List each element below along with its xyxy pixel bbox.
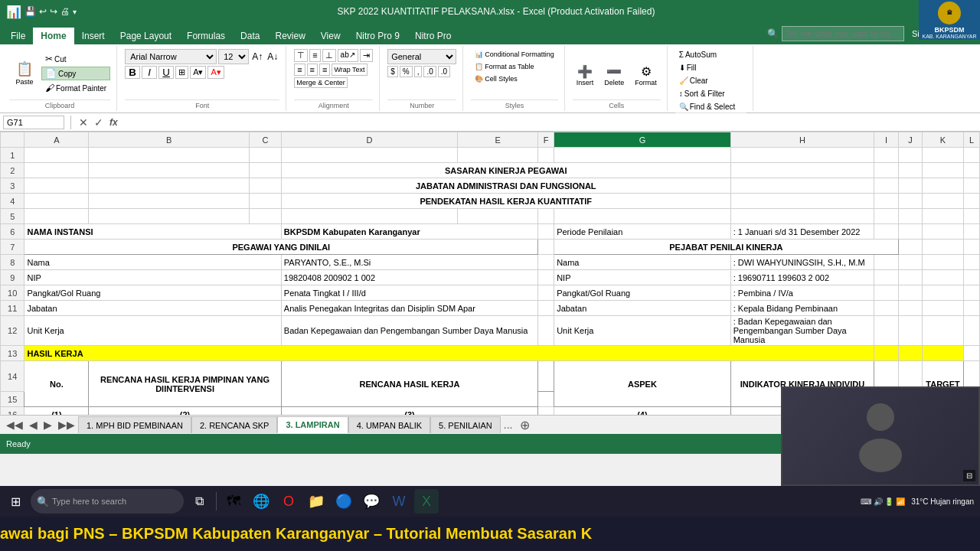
italic-btn[interactable]: I (142, 66, 157, 79)
maps-btn[interactable]: 🗺 (221, 489, 246, 514)
align-center-btn[interactable]: ≡ (307, 64, 318, 76)
sheet-nav-right[interactable]: ▶▶ (55, 417, 78, 432)
video-minimize-btn[interactable]: ⊟ (963, 470, 975, 481)
cut-icon: ✂ (45, 54, 53, 64)
sheet-nav-next[interactable]: ▶ (41, 417, 55, 432)
col-header-B[interactable]: B (89, 132, 250, 148)
col-header-J[interactable]: J (898, 132, 922, 148)
sheet-more-tabs[interactable]: ... (501, 419, 516, 431)
decimal-decrease-btn[interactable]: .0 (438, 66, 450, 77)
sheet-tab-4[interactable]: 4. UMPAN BALIK (348, 416, 430, 433)
align-left-btn[interactable]: ≡ (294, 64, 305, 76)
copy-button[interactable]: 📄 Copy (41, 67, 110, 80)
autosum-icon: Σ (679, 51, 684, 59)
sheet-tab-2[interactable]: 2. RENCANA SKP (191, 416, 277, 433)
col-header-A[interactable]: A (24, 132, 89, 148)
tab-insert[interactable]: Insert (74, 28, 113, 44)
fill-color-btn[interactable]: A▾ (190, 66, 206, 79)
decimal-increase-btn[interactable]: .0 (423, 66, 436, 77)
discord-btn[interactable]: 💬 (359, 489, 384, 514)
col-header-E[interactable]: E (458, 132, 538, 148)
font-size-select[interactable]: 12 (218, 49, 249, 64)
cancel-formula-btn[interactable]: ✕ (77, 116, 90, 129)
format-painter-button[interactable]: 🖌 Format Painter (41, 81, 110, 95)
tab-home[interactable]: Home (33, 28, 74, 44)
tab-nitro-pro[interactable]: Nitro Pro (407, 28, 459, 44)
bold-btn[interactable]: B (125, 66, 140, 79)
search-input[interactable] (782, 26, 904, 41)
find-select-btn[interactable]: 🔍 Find & Select (675, 101, 739, 112)
font-name-select[interactable]: Arial Narrow (125, 49, 217, 64)
tab-review[interactable]: Review (267, 28, 312, 44)
paste-button[interactable]: 📋 Paste (9, 59, 40, 88)
window-title: SKP 2022 KUANTITATIF PELAKSANA.xlsx - Ex… (77, 6, 916, 17)
start-btn[interactable]: ⊞ (3, 489, 28, 514)
align-right-btn[interactable]: ≡ (319, 64, 330, 76)
conditional-formatting-btn[interactable]: 📊 Conditional Formatting (471, 49, 558, 60)
clear-btn[interactable]: 🧹 Clear (675, 75, 739, 86)
opera-btn[interactable]: O (276, 489, 301, 514)
search-taskbar-btn[interactable]: 🔍 Type here to search (31, 489, 184, 514)
cell-reference-input[interactable] (3, 116, 64, 129)
fill-btn[interactable]: ⬇ Fill (675, 62, 739, 73)
col-header-L[interactable]: L (963, 132, 979, 148)
col-header-D[interactable]: D (281, 132, 458, 148)
sheet-tab-1[interactable]: 1. MPH BID PEMBINAAN (78, 416, 191, 433)
align-bottom-btn[interactable]: ⊥ (322, 49, 336, 62)
percent-btn[interactable]: % (400, 66, 413, 77)
sheet-nav-prev[interactable]: ◀ (26, 417, 41, 432)
tab-view[interactable]: View (313, 28, 348, 44)
cut-button[interactable]: ✂ Cut (41, 52, 110, 66)
merge-center-btn[interactable]: Merge & Center (294, 77, 348, 88)
autosum-btn[interactable]: Σ AutoSum (675, 49, 739, 60)
tab-data[interactable]: Data (233, 28, 267, 44)
text-orient-btn[interactable]: ab↗ (338, 49, 358, 62)
col-header-F[interactable]: F (538, 132, 554, 148)
font-shrink-btn[interactable]: A↓ (266, 51, 279, 63)
editing-group: Σ AutoSum ⬇ Fill 🧹 Clear ↕ Sort & Filter… (669, 46, 753, 111)
comma-btn[interactable]: , (414, 66, 423, 77)
tab-page-layout[interactable]: Page Layout (113, 28, 179, 44)
chrome-btn[interactable]: 🔵 (332, 489, 356, 514)
word-btn[interactable]: W (387, 489, 411, 514)
col-header-I[interactable]: I (874, 132, 898, 148)
cell-styles-btn[interactable]: 🎨 Cell Styles (471, 73, 558, 84)
sheet-nav-left[interactable]: ◀◀ (3, 417, 26, 432)
col-header-K[interactable]: K (923, 132, 964, 148)
number-format-select[interactable]: General (387, 49, 456, 64)
sort-filter-btn[interactable]: ↕ Sort & Filter (675, 88, 739, 99)
add-sheet-btn[interactable]: ⊕ (515, 416, 534, 434)
indent-btn[interactable]: ⇥ (360, 49, 373, 62)
files-btn[interactable]: 📁 (304, 489, 328, 514)
col-header-C[interactable]: C (249, 132, 281, 148)
quick-save[interactable]: 💾 (24, 6, 36, 17)
excel-taskbar-btn[interactable]: X (414, 489, 439, 514)
tab-formulas[interactable]: Formulas (179, 28, 233, 44)
sheet-tab-3[interactable]: 3. LAMPIRAN (277, 416, 348, 433)
border-btn[interactable]: ⊞ (175, 66, 188, 79)
format-as-table-btn[interactable]: 📋 Format as Table (471, 61, 558, 72)
redo-btn[interactable]: ↪ (50, 6, 57, 17)
task-view-btn[interactable]: ⧉ (187, 489, 211, 514)
confirm-formula-btn[interactable]: ✓ (93, 116, 105, 129)
currency-btn[interactable]: $ (387, 66, 398, 77)
insert-function-btn[interactable]: fx (108, 117, 119, 128)
align-top-btn[interactable]: ⊤ (294, 49, 308, 62)
formula-input[interactable] (122, 116, 977, 129)
insert-cells-btn[interactable]: ➕ Insert (573, 62, 598, 89)
underline-btn[interactable]: U (158, 66, 174, 79)
col-header-G[interactable]: G (554, 132, 731, 148)
format-cells-btn[interactable]: ⚙ Format (631, 62, 661, 89)
font-color-btn[interactable]: A▾ (207, 66, 224, 79)
align-middle-btn[interactable]: ≡ (309, 49, 320, 62)
tab-file[interactable]: File (3, 28, 33, 44)
col-header-H[interactable]: H (730, 132, 874, 148)
undo-btn[interactable]: ↩ (39, 6, 47, 17)
quick-print[interactable]: 🖨 (60, 6, 70, 17)
tab-nitro-pro9[interactable]: Nitro Pro 9 (348, 28, 407, 44)
edge-btn[interactable]: 🌐 (249, 489, 273, 514)
delete-cells-btn[interactable]: ➖ Delete (600, 62, 628, 89)
wrap-text-btn[interactable]: Wrap Text (332, 64, 367, 76)
sheet-tab-5[interactable]: 5. PENILAIAN (430, 416, 501, 433)
font-grow-btn[interactable]: A↑ (250, 51, 264, 63)
